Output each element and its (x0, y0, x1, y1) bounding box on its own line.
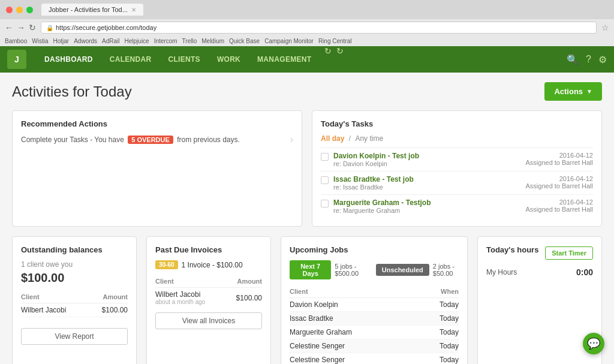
outstanding-balances-card: Outstanding balances 1 client owe you $1… (12, 236, 137, 364)
nav-items: DASHBOARD CALENDAR CLIENTS WORK MANAGEME… (36, 46, 567, 73)
bookmark-campaign-monitor[interactable]: Campaign Monitor (264, 38, 314, 44)
browser-bookmarks: Bamboo Wistia Hotjar Adwords AdRail Help… (0, 36, 614, 46)
bookmark-adrail[interactable]: AdRail (102, 38, 119, 44)
rec-actions-text: Complete your Tasks - You have 5 OVERDUE… (21, 136, 240, 144)
past-due-invoices-title: Past Due Invoices (155, 245, 262, 254)
chat-icon: 💬 (587, 337, 600, 350)
job-client-2: Marguerite Graham (290, 326, 391, 339)
bookmark-icon[interactable]: ☆ (601, 23, 609, 32)
jobs-table: Client When Davion Koelpin Today Issac B… (290, 285, 459, 364)
jobs-filters: Next 7 Days 5 jobs - $500.00 Unscheduled… (290, 260, 459, 279)
refresh-icon-1[interactable]: ↻ (324, 46, 332, 73)
minimize-dot[interactable] (16, 7, 23, 13)
task-title-1: Issac Bradtke - Test job (333, 175, 521, 183)
hours-row: My Hours 0:00 (486, 267, 593, 277)
view-all-invoices-button[interactable]: View all Invoices (155, 312, 262, 329)
filter-unscheduled-button[interactable]: Unscheduled (376, 264, 429, 276)
upcoming-jobs-card: Upcoming Jobs Next 7 Days 5 jobs - $500.… (281, 236, 468, 364)
task-assigned-0: Assigned to Barret Hall (526, 159, 594, 166)
rec-actions-content: Complete your Tasks - You have 5 OVERDUE… (21, 134, 293, 145)
browser-tab[interactable]: Jobber - Activities for Tod... ✕ (41, 4, 143, 16)
app-nav: J DASHBOARD CALENDAR CLIENTS WORK MANAGE… (0, 46, 614, 73)
search-icon[interactable]: 🔍 (567, 54, 579, 65)
upcoming-jobs-title: Upcoming Jobs (290, 245, 459, 254)
bookmark-wistia[interactable]: Wistia (32, 38, 48, 44)
filter-next7days-button[interactable]: Next 7 Days (290, 260, 331, 279)
task-meta-2: 2016-04-12 Assigned to Barret Hall (526, 198, 594, 213)
bookmark-adwords[interactable]: Adwords (74, 38, 97, 44)
filter-all-day[interactable]: All day (321, 134, 344, 143)
job-row: Issac Bradtke Today (290, 312, 459, 326)
nav-item-clients[interactable]: CLIENTS (159, 46, 208, 73)
balance-amount-0: $100.00 (89, 303, 128, 317)
browser-titlebar: Jobber - Activities for Tod... ✕ (0, 0, 614, 19)
task-date-2: 2016-04-12 (526, 198, 594, 206)
job-when-4: Today (391, 353, 459, 365)
maximize-dot[interactable] (26, 7, 33, 13)
refresh-icon-2[interactable]: ↻ (336, 46, 344, 73)
bookmark-helpjuice[interactable]: Helpjuice (125, 38, 149, 44)
balance-row: Wilbert Jacobi $100.00 (21, 303, 128, 317)
settings-icon[interactable]: ⚙ (598, 54, 607, 65)
help-icon[interactable]: ? (586, 54, 591, 65)
bookmark-quickbase[interactable]: Quick Base (229, 38, 260, 44)
job-when-0: Today (391, 298, 459, 312)
bookmark-ring-central[interactable]: Ring Central (318, 38, 352, 44)
forward-icon[interactable]: → (17, 23, 25, 32)
task-sub-1: re: Issac Bradtke (333, 183, 521, 191)
task-checkbox-0[interactable] (321, 153, 329, 161)
browser-chrome: Jobber - Activities for Tod... ✕ ← → ↻ 🔒… (0, 0, 614, 46)
invoice-badge: 30-60 (155, 260, 178, 269)
nav-item-work[interactable]: WORK (209, 46, 249, 73)
balance-col-client: Client (21, 291, 89, 303)
task-row: Davion Koelpin - Test job re: Davion Koe… (321, 148, 593, 171)
job-client-0: Davion Koelpin (290, 298, 391, 312)
bookmark-intercom[interactable]: Intercom (154, 38, 177, 44)
nav-item-management[interactable]: MANAGEMENT (249, 46, 320, 73)
refresh-icon[interactable]: ↻ (29, 23, 36, 32)
bookmark-hotjar[interactable]: Hotjar (53, 38, 69, 44)
bookmark-bamboo[interactable]: Bamboo (5, 38, 27, 44)
tab-title: Jobber - Activities for Tod... (49, 6, 128, 13)
close-dot[interactable] (6, 7, 13, 13)
chat-bubble[interactable]: 💬 (583, 333, 604, 354)
top-row: Recommended Actions Complete your Tasks … (12, 110, 602, 227)
invoice-table: Client Amount Wilbert Jacobi about a mon… (155, 275, 262, 308)
browser-url-bar[interactable]: 🔒 https://secure.getjobber.com/today (41, 22, 597, 34)
task-meta-1: 2016-04-12 Assigned to Barret Hall (526, 175, 594, 189)
job-row: Davion Koelpin Today (290, 298, 459, 312)
outstanding-balances-title: Outstanding balances (21, 245, 128, 254)
rec-text-after: from previous days. (177, 136, 240, 144)
job-when-3: Today (391, 339, 459, 353)
recommended-actions-title: Recommended Actions (21, 119, 293, 128)
job-row: Celestine Senger Today (290, 339, 459, 353)
task-checkbox-1[interactable] (321, 176, 329, 184)
view-report-button[interactable]: View Report (21, 328, 128, 345)
task-info-0: Davion Koelpin - Test job re: Davion Koe… (333, 152, 521, 167)
back-icon[interactable]: ← (5, 23, 13, 32)
nav-item-calendar[interactable]: CALENDAR (101, 46, 160, 73)
nav-item-dashboard[interactable]: DASHBOARD (36, 46, 101, 73)
invoice-summary: 1 Invoice - $100.00 (182, 261, 243, 269)
chevron-down-icon: ▼ (586, 88, 592, 95)
balance-client-0: Wilbert Jacobi (21, 303, 89, 317)
hours-header: Today's hours Start Timer (486, 245, 593, 260)
page-header: Activities for Today Actions ▼ (12, 82, 602, 101)
filter-separator: / (349, 134, 353, 143)
start-timer-button[interactable]: Start Timer (545, 246, 593, 260)
bookmark-meldium[interactable]: Meldium (201, 38, 224, 44)
actions-button[interactable]: Actions ▼ (544, 82, 602, 101)
tab-close-icon[interactable]: ✕ (131, 7, 136, 13)
invoice-col-amount: Amount (225, 275, 262, 288)
bookmark-trello[interactable]: Trello (182, 38, 197, 44)
jobs-col-client: Client (290, 285, 391, 298)
overdue-badge[interactable]: 5 OVERDUE (128, 136, 173, 144)
filter-any-time[interactable]: Any time (355, 134, 383, 143)
url-text: https://secure.getjobber.com/today (56, 24, 156, 31)
task-sub-2: re: Marguerite Graham (333, 207, 521, 214)
task-title-0: Davion Koelpin - Test job (333, 152, 521, 160)
invoice-amount-0: $100.00 (225, 288, 262, 308)
rec-arrow-icon[interactable]: › (290, 134, 293, 145)
browser-nav: ← → ↻ (5, 23, 36, 32)
task-checkbox-2[interactable] (321, 200, 329, 207)
